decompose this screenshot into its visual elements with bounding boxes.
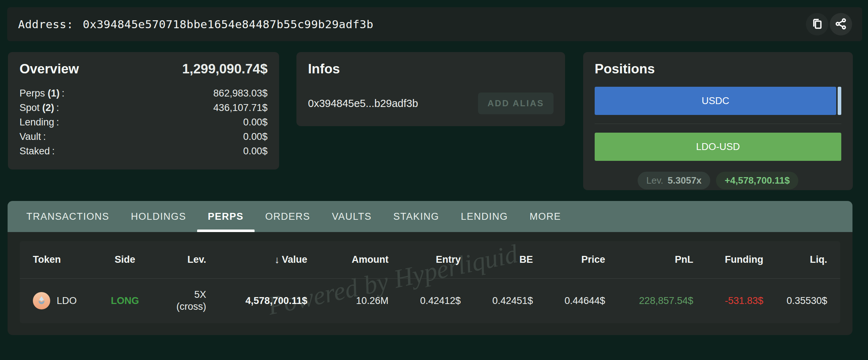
tab-holdings[interactable]: HOLDINGS	[120, 201, 197, 232]
col-liq: Liq.	[763, 254, 827, 265]
position-bar-usdc[interactable]: USDC	[595, 87, 836, 115]
sort-desc-icon: ↓	[274, 254, 279, 266]
price-cell: 0.44644$	[533, 295, 605, 307]
overview-row-lending: Lending: 0.00$	[19, 115, 268, 129]
leverage-value: 5.3057x	[668, 175, 702, 186]
infos-title: Infos	[308, 61, 340, 76]
address-label: Address:	[18, 18, 73, 31]
pnl-cell: 228,857.54$	[605, 295, 693, 307]
col-price: Price	[533, 254, 605, 265]
overview-card: Overview 1,299,090.74$ Perps (1): 862,98…	[8, 52, 279, 170]
tab-vaults[interactable]: VAULTS	[321, 201, 382, 232]
entry-cell: 0.42412$	[389, 295, 461, 307]
overview-title: Overview	[19, 61, 79, 77]
row-label: Perps	[19, 88, 45, 99]
value-cell: 4,578,700.11$	[206, 295, 307, 307]
row-value: 0.00$	[243, 115, 268, 129]
row-colon: :	[52, 146, 55, 157]
col-token: Token	[33, 254, 98, 265]
row-colon: :	[56, 117, 59, 128]
overview-total-value: 1,299,090.74$	[182, 61, 268, 77]
details-panel: TRANSACTIONS HOLDINGS PERPS ORDERS VAULT…	[8, 201, 852, 335]
position-bar-ldo-usd[interactable]: LDO-USD	[595, 133, 841, 161]
col-amount: Amount	[307, 254, 389, 265]
tab-bar: TRANSACTIONS HOLDINGS PERPS ORDERS VAULT…	[8, 201, 852, 232]
copy-address-button[interactable]	[806, 13, 828, 35]
tab-transactions[interactable]: TRANSACTIONS	[16, 201, 120, 232]
leverage-multiplier: 5X	[152, 289, 206, 301]
positions-title: Positions	[595, 61, 655, 76]
overview-row-perps: Perps (1): 862,983.03$	[19, 86, 268, 100]
address-bar: Address: 0x394845e570718bbe1654e84487b55…	[7, 7, 862, 41]
leverage-label: Lev.	[646, 175, 663, 186]
overview-row-spot: Spot (2): 436,107.71$	[19, 100, 268, 115]
tab-more[interactable]: MORE	[519, 201, 572, 232]
positions-card: Positions USDC LDO-USD Lev. 5.3057x +4,5…	[583, 52, 853, 190]
tab-orders[interactable]: ORDERS	[255, 201, 321, 232]
pnl-badge: +4,578,700.11$	[716, 172, 798, 189]
col-pnl: PnL	[605, 254, 693, 265]
leverage-mode: (cross)	[152, 301, 206, 313]
row-count: (1)	[48, 88, 60, 99]
col-entry: Entry	[389, 254, 461, 265]
row-label: Vault	[19, 131, 41, 142]
usdc-bar-track: USDC	[595, 87, 841, 115]
position-bar-label: LDO-USD	[696, 141, 740, 153]
tab-staking[interactable]: STAKING	[382, 201, 450, 232]
overview-row-staked: Staked: 0.00$	[19, 144, 268, 158]
leverage-pill: Lev. 5.3057x	[638, 172, 710, 189]
row-value: 436,107.71$	[213, 100, 268, 115]
col-value[interactable]: ↓ Value	[206, 254, 307, 266]
leverage-cell: 5X (cross)	[152, 289, 206, 313]
overview-list: Perps (1): 862,983.03$ Spot (2): 436,107…	[19, 86, 268, 158]
token-cell: LDO	[33, 292, 98, 309]
token-name: LDO	[57, 295, 77, 307]
liq-cell: 0.35530$	[763, 295, 827, 307]
position-bar-label: USDC	[702, 95, 729, 107]
overview-row-vault: Vault: 0.00$	[19, 129, 268, 144]
tab-lending[interactable]: LENDING	[450, 201, 519, 232]
infos-card: Infos 0x394845e5...b29adf3b ADD ALIAS	[296, 52, 565, 126]
ldo-token-icon	[33, 292, 50, 309]
col-be: BE	[461, 254, 533, 265]
add-alias-button[interactable]: ADD ALIAS	[478, 93, 554, 114]
row-label: Spot	[19, 102, 40, 113]
col-side: Side	[98, 254, 152, 265]
side-value: LONG	[98, 295, 152, 307]
row-colon: :	[56, 102, 59, 113]
summary-cards-row: Overview 1,299,090.74$ Perps (1): 862,98…	[8, 52, 860, 190]
row-value: 0.00$	[243, 129, 268, 144]
col-funding: Funding	[693, 254, 763, 265]
share-address-button[interactable]	[830, 13, 852, 35]
positions-divider	[595, 124, 841, 124]
position-bar-usdc-sliver	[838, 87, 841, 115]
row-colon: :	[62, 88, 65, 99]
copy-icon	[811, 17, 824, 31]
be-cell: 0.42451$	[461, 295, 533, 307]
table-row[interactable]: LDO LONG 5X (cross) 4,578,700.11$ 10.26M…	[20, 279, 840, 323]
perps-table-header: Token Side Lev. ↓ Value Amount Entry BE …	[20, 241, 840, 279]
funding-cell: -531.83$	[693, 295, 763, 307]
share-icon	[834, 17, 847, 31]
perps-table: Powered by Hyperliquid Token Side Lev. ↓…	[20, 241, 840, 323]
row-value: 0.00$	[243, 144, 268, 158]
row-count: (2)	[42, 102, 54, 113]
row-colon: :	[43, 131, 46, 142]
row-label: Lending	[19, 117, 54, 128]
tab-perps[interactable]: PERPS	[197, 201, 255, 232]
address-value: 0x394845e570718bbe1654e84487b55c99b29adf…	[83, 18, 373, 31]
col-lev: Lev.	[152, 254, 206, 265]
short-address: 0x394845e5...b29adf3b	[308, 98, 418, 110]
row-value: 862,983.03$	[213, 86, 268, 100]
ldo-bar-track: LDO-USD	[595, 133, 841, 161]
row-label: Staked	[19, 146, 50, 157]
amount-cell: 10.26M	[307, 295, 389, 307]
